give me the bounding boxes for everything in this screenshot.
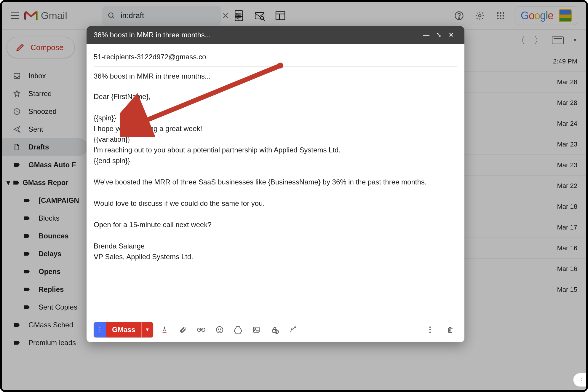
older-button[interactable]: 〉	[534, 34, 543, 47]
gmass-menu-icon[interactable]: ⋮	[94, 322, 106, 337]
label-icon	[23, 215, 31, 222]
nav-sub-sentcopies[interactable]: Sent Copies	[2, 298, 88, 316]
label-icon	[12, 161, 21, 169]
search-input[interactable]	[121, 11, 217, 20]
svg-point-28	[503, 15, 504, 16]
input-tools-dropdown[interactable]: ▼	[573, 38, 577, 43]
svg-point-0	[108, 13, 113, 17]
account-avatar[interactable]	[559, 9, 572, 22]
nav-starred[interactable]: Starred	[2, 85, 88, 103]
gmass-dropdown-icon[interactable]: ▼	[141, 322, 153, 337]
svg-line-16	[263, 19, 265, 21]
clear-search-icon[interactable]	[222, 9, 229, 22]
nav-sub-delays[interactable]: Delays	[2, 245, 88, 263]
subject-field[interactable]: 36% boost in MMR in three months...	[94, 67, 457, 86]
nav-list: Inbox Starred Snoozed Sent Drafts GMass …	[2, 67, 88, 352]
message-body[interactable]: Dear {FirstName}, {{spin}} I hope you're…	[94, 86, 457, 262]
caret-down-icon: ▾	[7, 179, 10, 187]
label-icon	[12, 321, 21, 329]
nav-gmass-auto[interactable]: GMass Auto F	[2, 156, 88, 174]
gmail-wordmark: Gmail	[41, 10, 67, 21]
emoji-icon[interactable]	[212, 323, 227, 337]
nav-sub-campaign[interactable]: [CAMPAIGN	[2, 192, 88, 209]
extension-icons	[233, 9, 287, 22]
support-icon[interactable]	[453, 9, 465, 22]
gmail-m-icon	[24, 10, 38, 21]
nav-sent[interactable]: Sent	[2, 120, 88, 138]
search-bar[interactable]	[102, 6, 221, 26]
discard-icon[interactable]	[443, 323, 457, 337]
nav-sub-opens[interactable]: Opens	[2, 263, 88, 281]
confidential-icon[interactable]	[268, 323, 282, 337]
nav-inbox[interactable]: Inbox	[2, 67, 88, 85]
sheet-icon[interactable]	[233, 9, 245, 22]
svg-point-31	[503, 17, 504, 19]
svg-point-29	[497, 17, 498, 19]
svg-rect-40	[253, 327, 259, 332]
label-icon	[23, 268, 31, 275]
compose-toolbar: ⋮ GMass ▼	[87, 317, 464, 342]
inbox-icon	[12, 72, 21, 80]
newer-button[interactable]: 〈	[516, 34, 525, 47]
pencil-icon	[16, 43, 25, 52]
svg-point-27	[500, 15, 501, 16]
star-icon	[12, 90, 21, 98]
gmass-send-button[interactable]: ⋮ GMass ▼	[94, 322, 153, 337]
nav-premium-leads[interactable]: Premium leads	[2, 334, 88, 352]
gmail-logo[interactable]: Gmail	[24, 10, 67, 21]
apps-grid-icon[interactable]	[494, 9, 507, 22]
svg-point-24	[500, 12, 501, 13]
nav-sub-replies[interactable]: Replies	[2, 281, 88, 298]
label-icon	[12, 339, 21, 347]
nav-drafts[interactable]: Drafts	[2, 138, 88, 156]
label-icon	[23, 197, 31, 204]
main-menu-button[interactable]	[11, 12, 19, 19]
svg-point-38	[218, 329, 219, 329]
mail-search-icon[interactable]	[253, 9, 266, 22]
side-panel-toggle[interactable]: 〈	[573, 373, 587, 387]
signature-icon[interactable]	[286, 323, 300, 337]
nav-sub-blocks[interactable]: Blocks	[2, 209, 88, 227]
label-icon	[23, 304, 31, 311]
minimize-icon[interactable]: —	[420, 31, 432, 39]
svg-point-45	[429, 329, 431, 331]
clock-icon	[12, 108, 21, 115]
compose-titlebar[interactable]: 36% boost in MMR in three months... — ⤡ …	[87, 26, 464, 44]
nav-gmass-reports[interactable]: ▾GMass Repor	[2, 174, 88, 192]
to-field[interactable]: 51-recipients-3122d972@gmass.co	[94, 47, 457, 67]
nav-snoozed[interactable]: Snoozed	[2, 103, 88, 120]
compose-window: 36% boost in MMR in three months... — ⤡ …	[87, 26, 464, 342]
close-icon[interactable]: ✕	[445, 31, 457, 39]
template-icon[interactable]	[274, 9, 287, 22]
collapse-icon[interactable]: ⤡	[432, 31, 445, 39]
drive-icon[interactable]	[231, 323, 245, 337]
svg-point-26	[497, 15, 498, 16]
more-options-icon[interactable]	[423, 323, 437, 337]
input-tools-icon[interactable]	[552, 36, 564, 44]
nav-sub-bounces[interactable]: Bounces	[2, 227, 88, 245]
gmass-label[interactable]: GMass	[106, 322, 141, 337]
file-icon	[12, 143, 21, 151]
svg-point-37	[216, 326, 223, 333]
image-icon[interactable]	[249, 323, 263, 337]
app-header: Gmail Google	[2, 2, 586, 30]
svg-point-39	[220, 329, 221, 329]
svg-rect-47	[448, 328, 452, 332]
compose-button[interactable]: Compose	[7, 37, 75, 58]
account-chip[interactable]: Google	[515, 7, 577, 25]
settings-icon[interactable]	[474, 9, 486, 22]
svg-point-21	[459, 17, 460, 18]
send-icon	[12, 125, 21, 133]
label-icon	[23, 286, 31, 293]
attach-icon[interactable]	[176, 323, 190, 337]
google-logo: Google	[521, 9, 553, 22]
compose-label: Compose	[31, 43, 63, 52]
compose-title: 36% boost in MMR in three months...	[94, 31, 420, 39]
svg-point-44	[429, 326, 431, 328]
search-icon[interactable]	[108, 9, 115, 22]
formatting-icon[interactable]	[157, 323, 172, 337]
link-icon[interactable]	[194, 323, 208, 337]
svg-point-22	[479, 15, 481, 17]
nav-gmass-sched[interactable]: GMass Sched	[2, 316, 88, 334]
label-icon	[12, 179, 21, 187]
